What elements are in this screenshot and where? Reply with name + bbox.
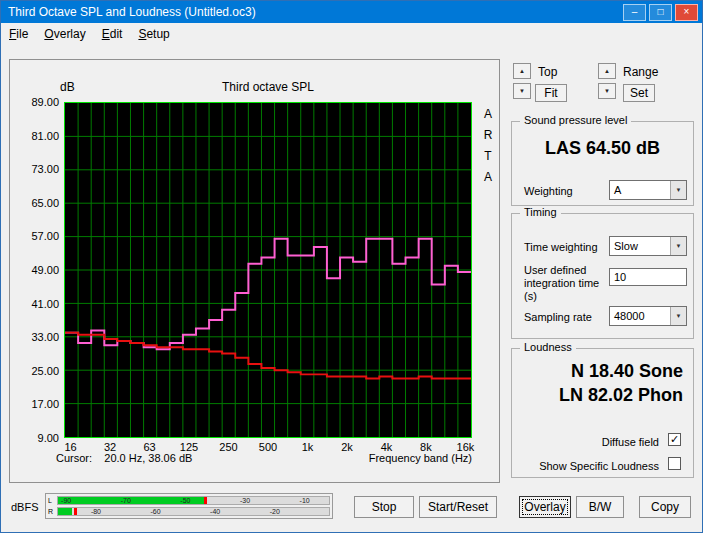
timing-group-title: Timing <box>520 206 561 218</box>
dropdown-arrow-icon[interactable]: ▼ <box>670 307 686 325</box>
window-controls: – □ × <box>623 4 702 21</box>
set-button[interactable]: Set <box>623 84 655 102</box>
chart-title: Third octave SPL <box>64 80 472 94</box>
y-tick-label: 17.00 <box>12 397 59 411</box>
spl-group-title: Sound pressure level <box>520 114 631 126</box>
meter-scale-label: -50 <box>180 497 190 505</box>
top-up-spinner[interactable]: ▲ <box>513 63 531 79</box>
arta-letter: A <box>480 167 496 188</box>
b-w-button[interactable]: B/W <box>576 496 624 518</box>
start-reset-button[interactable]: Start/Reset <box>419 496 497 518</box>
meter-peak-indicator <box>204 497 207 504</box>
time-weighting-label: Time weighting <box>524 241 598 254</box>
loudness-group: Loudness N 18.40 Sone LN 82.02 Phon Diff… <box>511 348 694 478</box>
up-arrow-icon: ▲ <box>519 68 525 74</box>
y-tick-label: 65.00 <box>12 196 59 210</box>
down-arrow-icon: ▼ <box>604 88 610 94</box>
integration-time-input[interactable] <box>609 268 687 286</box>
menu-item-file[interactable]: File <box>1 25 36 43</box>
maximize-button[interactable]: □ <box>649 4 672 21</box>
meter-peak-indicator <box>74 508 77 515</box>
chart-panel: dB Third octave SPL 89.0081.0073.0065.00… <box>9 59 500 483</box>
overlay-button[interactable]: Overlay <box>519 496 571 518</box>
close-button[interactable]: × <box>675 4 698 21</box>
sampling-rate-label: Sampling rate <box>524 311 592 324</box>
meter-scale-label: -40 <box>210 508 220 516</box>
show-specific-loudness-label: Show Specific Loudness <box>539 460 659 473</box>
show-specific-loudness-checkbox[interactable] <box>668 457 681 470</box>
minimize-button[interactable]: – <box>623 4 646 21</box>
weighting-combobox[interactable]: A ▼ <box>609 180 687 200</box>
top-down-spinner[interactable]: ▼ <box>513 83 531 99</box>
y-tick-label: 57.00 <box>12 229 59 243</box>
range-down-spinner[interactable]: ▼ <box>598 83 616 99</box>
menu-item-overlay[interactable]: Overlay <box>36 25 93 43</box>
diffuse-field-label: Diffuse field <box>602 436 659 449</box>
menu-bar: FileOverlayEditSetup <box>1 23 702 44</box>
copy-button[interactable]: Copy <box>639 496 691 518</box>
title-bar[interactable]: Third Octave SPL and Loudness (Untitled.… <box>1 1 702 23</box>
diffuse-field-checkbox[interactable]: ✓ <box>668 433 681 446</box>
top-label: Top <box>538 65 557 79</box>
down-arrow-icon: ▼ <box>519 88 525 94</box>
menu-item-setup[interactable]: Setup <box>130 25 177 43</box>
plot-area[interactable] <box>64 102 472 438</box>
spl-value: LAS 64.50 dB <box>512 138 693 159</box>
timing-group: Timing Time weighting Slow ▼ User define… <box>511 213 694 339</box>
weighting-label: Weighting <box>524 185 573 198</box>
meter-scale-label: -90 <box>61 497 71 505</box>
range-up-spinner[interactable]: ▲ <box>598 63 616 79</box>
integration-time-label: User defined integration time (s) <box>524 264 608 303</box>
meter-scale-label: -80 <box>91 508 101 516</box>
window-title: Third Octave SPL and Loudness (Untitled.… <box>1 5 623 19</box>
weighting-value: A <box>610 181 670 199</box>
menu-item-edit[interactable]: Edit <box>94 25 131 43</box>
y-tick-label: 81.00 <box>12 129 59 143</box>
meter-fill <box>58 508 72 515</box>
dropdown-arrow-icon[interactable]: ▼ <box>670 181 686 199</box>
spl-group: Sound pressure level LAS 64.50 dB Weight… <box>511 121 694 206</box>
sampling-rate-combobox[interactable]: 48000 ▼ <box>609 306 687 326</box>
time-weighting-value: Slow <box>610 237 670 255</box>
x-tick-label: 250 <box>219 441 237 453</box>
y-tick-label: 89.00 <box>12 95 59 109</box>
app-window: Third Octave SPL and Loudness (Untitled.… <box>0 0 703 533</box>
meter-scale-label: -20 <box>270 508 280 516</box>
y-tick-label: 41.00 <box>12 297 59 311</box>
y-tick-label: 9.00 <box>12 431 59 445</box>
meter-scale-label: -60 <box>150 508 160 516</box>
meter-scale-label: -10 <box>300 497 310 505</box>
arta-letter: R <box>480 125 496 146</box>
bottom-buttons: StopStart/ResetOverlayB/WCopy <box>354 496 691 518</box>
meter-scale-label: -70 <box>121 497 131 505</box>
x-tick-label: 500 <box>259 441 277 453</box>
y-tick-label: 25.00 <box>12 364 59 378</box>
meter-channel-label: L <box>48 496 57 505</box>
meter-channel-label: R <box>48 507 57 516</box>
arta-letter: T <box>480 146 496 167</box>
arta-letter: A <box>480 104 496 125</box>
fit-button[interactable]: Fit <box>535 84 567 102</box>
spl-spectrum-svg <box>65 103 471 437</box>
y-tick-label: 33.00 <box>12 330 59 344</box>
x-axis-title: Frequency band (Hz) <box>300 452 472 464</box>
dbfs-label: dBFS <box>11 501 39 513</box>
meter-bar: -80-60-40-20 <box>57 507 330 516</box>
range-label: Range <box>623 65 658 79</box>
arta-watermark: ARTA <box>480 104 496 188</box>
y-tick-label: 49.00 <box>12 263 59 277</box>
meter-row-r: R-80-60-40-20 <box>48 506 330 517</box>
meter-row-l: L-90-70-50-30-10 <box>48 495 330 506</box>
cursor-readout: Cursor: 20.0 Hz, 38.06 dB <box>56 452 192 464</box>
time-weighting-combobox[interactable]: Slow ▼ <box>609 236 687 256</box>
series-third-octave-spl <box>65 239 471 350</box>
sampling-rate-value: 48000 <box>610 307 670 325</box>
loudness-sone-value: N 18.40 Sone <box>571 361 683 382</box>
dropdown-arrow-icon[interactable]: ▼ <box>670 237 686 255</box>
level-meter: L-90-70-50-30-10R-80-60-40-20 <box>45 493 333 519</box>
up-arrow-icon: ▲ <box>604 68 610 74</box>
meter-bar: -90-70-50-30-10 <box>57 496 330 505</box>
series-overlay <box>65 333 471 379</box>
stop-button[interactable]: Stop <box>354 496 414 518</box>
y-tick-label: 73.00 <box>12 162 59 176</box>
